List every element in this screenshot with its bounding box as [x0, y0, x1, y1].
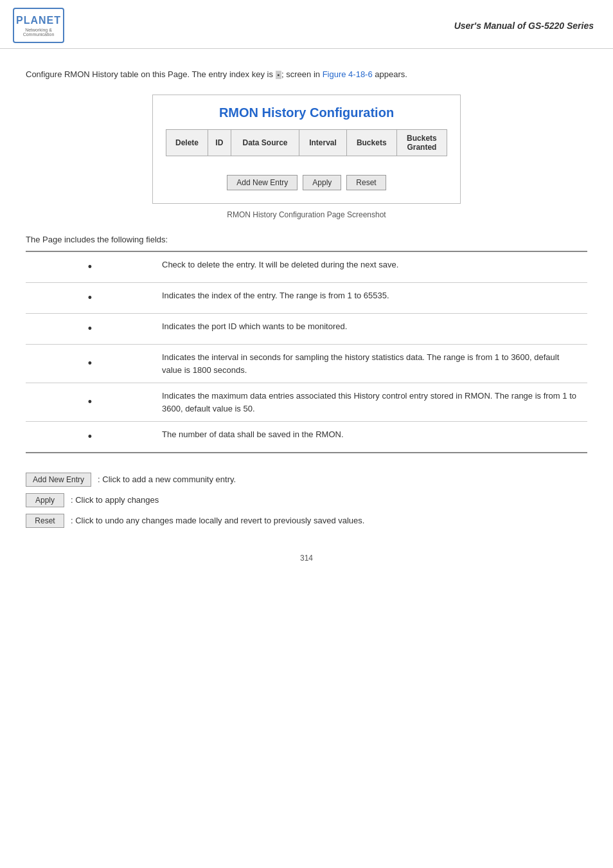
- intro-text-before: Configure RMON History table on this Pag…: [26, 69, 276, 79]
- add-new-entry-button[interactable]: Add New Entry: [227, 175, 298, 190]
- logo-sub: Networking & Communication: [17, 28, 60, 37]
- intro-paragraph: Configure RMON History table on this Pag…: [26, 68, 587, 82]
- table-row: • Indicates the index of the entry. The …: [26, 283, 587, 314]
- logo-area: PLANET Networking & Communication: [13, 8, 64, 43]
- reset-desc-button[interactable]: Reset: [26, 514, 64, 528]
- main-content: Configure RMON History table on this Pag…: [0, 49, 613, 588]
- add-new-entry-desc-button[interactable]: Add New Entry: [26, 473, 91, 487]
- field-bullet-3: •: [26, 314, 154, 345]
- page-number: 314: [26, 554, 587, 575]
- col-delete: Delete: [166, 129, 208, 156]
- empty-row: [166, 156, 447, 166]
- apply-desc-text: : Click to apply changes: [71, 493, 159, 507]
- btn-desc-row-reset: Reset : Click to undo any changes made l…: [26, 514, 587, 528]
- rmon-config-table: Delete ID Data Source Interval Buckets B…: [166, 129, 447, 167]
- fields-heading: The Page includes the following fields:: [26, 235, 587, 244]
- field-bullet-1: •: [26, 251, 154, 283]
- col-id: ID: [208, 129, 231, 156]
- table-row: • The number of data shall be saved in t…: [26, 422, 587, 453]
- logo-box: PLANET Networking & Communication: [13, 8, 64, 43]
- apply-desc-button[interactable]: Apply: [26, 493, 64, 507]
- col-buckets-granted: BucketsGranted: [396, 129, 447, 156]
- field-desc-1: Check to delete the entry. It will be de…: [154, 251, 587, 283]
- field-bullet-6: •: [26, 422, 154, 453]
- field-bullet-2: •: [26, 283, 154, 314]
- btn-desc-row-add: Add New Entry : Click to add a new commu…: [26, 473, 587, 487]
- button-descriptions: Add New Entry : Click to add a new commu…: [26, 473, 587, 528]
- table-row: • Indicates the maximum data entries ass…: [26, 383, 587, 422]
- intro-text-after: ; screen in: [281, 69, 323, 79]
- screenshot-caption: RMON History Configuration Page Screensh…: [26, 210, 587, 219]
- col-data-source: Data Source: [231, 129, 299, 156]
- field-desc-3: Indicates the port ID which wants to be …: [154, 314, 587, 345]
- page-header: PLANET Networking & Communication User's…: [0, 0, 613, 49]
- logo-brand: PLANET: [16, 15, 61, 26]
- table-row: • Indicates the interval in seconds for …: [26, 345, 587, 383]
- field-desc-2: Indicates the index of the entry. The ra…: [154, 283, 587, 314]
- field-desc-4: Indicates the interval in seconds for sa…: [154, 345, 587, 383]
- table-row: • Check to delete the entry. It will be …: [26, 251, 587, 283]
- header-title: User's Manual of GS-5220 Series: [454, 21, 594, 31]
- add-new-entry-desc-text: : Click to add a new community entry.: [98, 473, 236, 487]
- reset-button-rmon[interactable]: Reset: [346, 175, 386, 190]
- col-interval: Interval: [299, 129, 346, 156]
- field-bullet-5: •: [26, 383, 154, 422]
- rmon-buttons: Add New Entry Apply Reset: [166, 175, 447, 190]
- reset-desc-text: : Click to undo any changes made locally…: [71, 514, 364, 528]
- intro-text-end: appears.: [373, 69, 407, 79]
- field-desc-5: Indicates the maximum data entries assoc…: [154, 383, 587, 422]
- field-bullet-4: •: [26, 345, 154, 383]
- field-desc-6: The number of data shall be saved in the…: [154, 422, 587, 453]
- table-row: • Indicates the port ID which wants to b…: [26, 314, 587, 345]
- rmon-config-box: RMON History Configuration Delete ID Dat…: [152, 95, 461, 204]
- apply-button-rmon[interactable]: Apply: [303, 175, 341, 190]
- btn-desc-row-apply: Apply : Click to apply changes: [26, 493, 587, 507]
- rmon-config-title: RMON History Configuration: [166, 105, 447, 120]
- fields-table: • Check to delete the entry. It will be …: [26, 251, 587, 453]
- col-buckets: Buckets: [346, 129, 396, 156]
- figure-link[interactable]: Figure 4-18-6: [323, 69, 373, 79]
- intro-small-icon: ▪: [276, 71, 282, 79]
